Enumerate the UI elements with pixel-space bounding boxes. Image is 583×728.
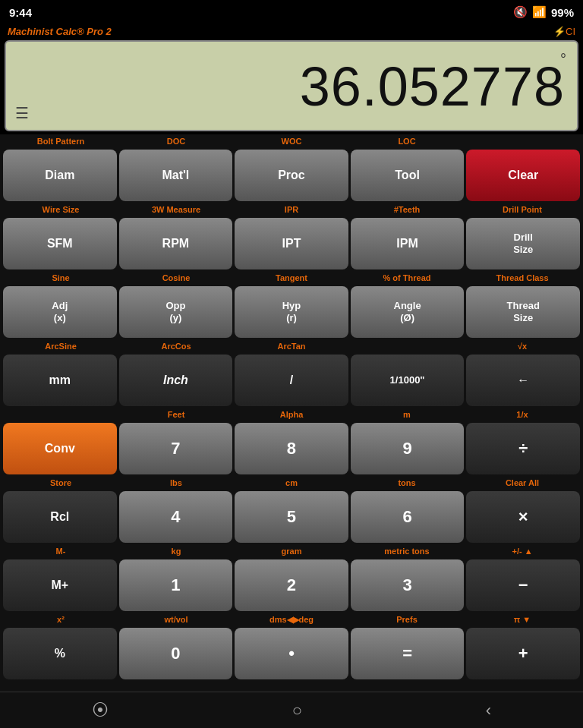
label-nteeth: #Teeth (349, 203, 465, 216)
label-row-8: x² wt/vol dms◀▶deg Prefs π ▼ (3, 613, 580, 626)
label-arcsine: ArcSine (3, 339, 118, 353)
mute-icon: 🔇 (513, 5, 528, 19)
label-m: m (349, 408, 465, 421)
label-bolt-pattern: Bolt Pattern (3, 134, 118, 148)
label-1x: 1/x (465, 408, 580, 421)
nav-menu-icon[interactable]: ⦿ (92, 701, 109, 720)
three-button[interactable]: 3 (351, 559, 465, 611)
label-kg: kg (118, 544, 234, 558)
hyp-button[interactable]: Hyp (r) (235, 286, 348, 338)
four-button[interactable]: 4 (119, 491, 233, 543)
decimal-button[interactable]: • (235, 628, 348, 679)
seven-button[interactable]: 7 (119, 423, 233, 474)
label-alpha: Alpha (234, 408, 349, 421)
label-thread-class: Thread Class (465, 271, 580, 285)
label-row-6: Store lbs cm tons Clear All (3, 476, 580, 490)
opp-button[interactable]: Opp (y) (119, 286, 233, 338)
adj-button[interactable]: Adj (x) (3, 286, 117, 338)
label-cosine: Cosine (118, 271, 234, 285)
app-title: Machinist Calc® Pro 2 (8, 26, 112, 37)
label-metric-tons: metric tons (349, 544, 465, 558)
label-plus-minus: +/- ▲ (465, 544, 580, 558)
nine-button[interactable]: 9 (351, 423, 465, 474)
tool-button[interactable]: Tool (351, 150, 465, 201)
sfm-button[interactable]: SFM (3, 218, 117, 269)
divide-button[interactable]: ÷ (466, 423, 580, 474)
btn-row-4: mm Inch / 1/1000" ← (3, 355, 580, 406)
clear-button[interactable]: Clear (466, 150, 580, 201)
label-sine: Sine (3, 271, 118, 285)
equals-button[interactable]: = (351, 628, 465, 679)
divide-slash-button[interactable]: / (235, 355, 348, 406)
matl-button[interactable]: Mat'l (119, 150, 233, 201)
multiply-button[interactable]: × (466, 491, 580, 543)
label-store: Store (3, 476, 118, 490)
label-row-1: Bolt Pattern DOC WOC LOC (3, 134, 580, 148)
btn-row-2: SFM RPM IPT IPM Drill Size (3, 218, 580, 269)
angle-button[interactable]: Angle (Ø) (351, 286, 465, 338)
one-button[interactable]: 1 (119, 559, 233, 611)
label-row-2: Wire Size 3W Measure IPR #Teeth Drill Po… (3, 203, 580, 216)
label-wtvol: wt/vol (118, 613, 234, 626)
drill-size-button[interactable]: Drill Size (466, 218, 580, 269)
status-time: 9:44 (9, 6, 32, 19)
five-button[interactable]: 5 (235, 491, 348, 543)
thousandths-button[interactable]: 1/1000" (351, 355, 465, 406)
label-lbs: lbs (118, 476, 234, 490)
inch-button[interactable]: Inch (119, 355, 233, 406)
backspace-button[interactable]: ← (466, 355, 580, 406)
mm-button[interactable]: mm (3, 355, 117, 406)
label-r1-5 (465, 134, 580, 148)
wifi-icon: 📶 (532, 5, 547, 19)
label-clear-all: Clear All (465, 476, 580, 490)
rpm-button[interactable]: RPM (119, 218, 233, 269)
two-button[interactable]: 2 (235, 559, 348, 611)
zero-button[interactable]: 0 (119, 628, 233, 679)
label-row-7: M- kg gram metric tons +/- ▲ (3, 544, 580, 558)
label-woc: WOC (234, 134, 349, 148)
thread-size-button[interactable]: Thread Size (466, 286, 580, 338)
eight-button[interactable]: 8 (235, 423, 348, 474)
status-bar: 9:44 🔇 📶 99% (0, 0, 583, 24)
display-menu-icon[interactable]: ☰ (15, 104, 29, 122)
six-button[interactable]: 6 (351, 491, 465, 543)
conv-button[interactable]: Conv (3, 423, 117, 474)
btn-row-7: M+ 1 2 3 − (3, 559, 580, 611)
nav-home-icon[interactable]: ○ (292, 701, 302, 720)
label-tangent: Tangent (234, 271, 349, 285)
label-dmsdeg: dms◀▶deg (234, 613, 349, 626)
label-pi: π ▼ (465, 613, 580, 626)
status-right: 🔇 📶 99% (513, 5, 574, 19)
label-ipr: IPR (234, 203, 349, 216)
label-row-4: ArcSine ArcCos ArcTan √x (3, 339, 580, 353)
percent-button[interactable]: % (3, 628, 117, 679)
plus-button[interactable]: + (466, 628, 580, 679)
btn-row-1: Diam Mat'l Proc Tool Clear (3, 150, 580, 201)
proc-button[interactable]: Proc (235, 150, 348, 201)
display-degree: ° (560, 51, 566, 68)
app-title-bar: Machinist Calc® Pro 2 ⚡CI (0, 24, 583, 40)
label-pct-thread: % of Thread (349, 271, 465, 285)
label-feet: Feet (118, 408, 234, 421)
calc-body: Bolt Pattern DOC WOC LOC Diam Mat'l Proc… (0, 134, 583, 692)
minus-button[interactable]: − (466, 559, 580, 611)
label-r5-1 (3, 408, 118, 421)
rcl-button[interactable]: Rcl (3, 491, 117, 543)
label-m-minus: M- (3, 544, 118, 558)
label-arctan: ArcTan (234, 339, 349, 353)
display-area: ° 36.052778 ☰ (5, 40, 578, 131)
app-icon-right: ⚡CI (553, 26, 575, 37)
ipt-button[interactable]: IPT (235, 218, 348, 269)
label-wire-size: Wire Size (3, 203, 118, 216)
label-loc: LOC (349, 134, 465, 148)
label-sqrt: √x (465, 339, 580, 353)
mplus-button[interactable]: M+ (3, 559, 117, 611)
label-row-3: Sine Cosine Tangent % of Thread Thread C… (3, 271, 580, 285)
btn-row-3: Adj (x) Opp (y) Hyp (r) Angle (Ø) Thread… (3, 286, 580, 338)
label-xsq: x² (3, 613, 118, 626)
label-doc: DOC (118, 134, 234, 148)
btn-row-8: % 0 • = + (3, 628, 580, 679)
ipm-button[interactable]: IPM (351, 218, 465, 269)
nav-back-icon[interactable]: ‹ (486, 701, 491, 720)
diam-button[interactable]: Diam (3, 150, 117, 201)
